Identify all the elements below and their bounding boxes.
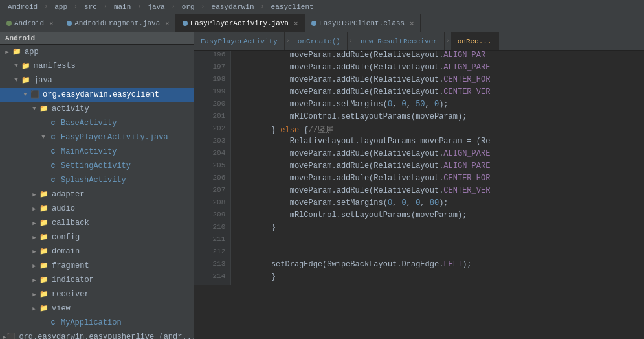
top-bar-sep-4: › (172, 3, 175, 10)
tab-label-easyrtsp: EasyRTSPClient.class (319, 19, 405, 27)
java-icon-myapplication: C (48, 318, 58, 328)
folder-icon-indicator: 📁 (39, 275, 49, 285)
tab-androidfragment[interactable]: AndroidFragment.java ✕ (60, 14, 176, 32)
arrow-domain: ▶ (30, 248, 39, 255)
tree-item-manifests[interactable]: ▼ 📁 manifests (0, 59, 194, 73)
tree-item-indicator[interactable]: ▶ 📁 indicator (0, 273, 194, 287)
tab-label-androidfragment: AndroidFragment.java (74, 19, 160, 27)
top-bar-sep-2: › (104, 3, 107, 10)
tree-label-splashactivity: SplashActivity (61, 176, 126, 185)
line-number: 211 (194, 235, 231, 248)
tree-item-easyplayer[interactable]: ▼ C EasyPlayerActivity.java (0, 130, 194, 145)
code-area[interactable]: 196 moveParam.addRule(RelativeLayout.ALI… (194, 51, 644, 339)
tree-label-audio: audio (52, 204, 75, 213)
line-content: } (231, 272, 644, 285)
tree-item-view[interactable]: ▶ 📁 view (0, 301, 194, 316)
tree-item-audio[interactable]: ▶ 📁 audio (0, 202, 194, 216)
table-row: 209 mRlControl.setLayoutParams(moveParam… (194, 211, 644, 223)
arrow-adapter: ▶ (30, 191, 39, 198)
line-number: 202 (194, 124, 231, 137)
arrow-activity: ▼ (30, 106, 39, 112)
method-tab-easyplayer[interactable]: EasyPlayerActivity (194, 32, 285, 50)
method-tab-onrec[interactable]: onRec... (451, 32, 499, 50)
tree-label-manifests: manifests (34, 62, 76, 71)
tree-item-myapplication[interactable]: C MyApplication (0, 316, 194, 330)
tree-item-settingactivity[interactable]: C SettingActivity (0, 159, 194, 173)
tree-item-mainactivity[interactable]: C MainActivity (0, 145, 194, 159)
tree-label-adapter: adapter (52, 190, 84, 199)
top-bar-src[interactable]: src (80, 2, 101, 12)
folder-icon-fragment: 📁 (39, 261, 49, 271)
table-row: 207 moveParam.addRule(RelativeLayout.CEN… (194, 186, 644, 198)
close-androidfragment[interactable]: ✕ (165, 19, 169, 27)
method-tab-oncreate[interactable]: onCreate() (291, 32, 348, 50)
method-tab-label-easyplayer: EasyPlayerActivity (201, 38, 278, 45)
sidebar: Android ▶ 📁 app ▼ 📁 manifests ▼ 📁 java ▼… (0, 32, 194, 339)
folder-icon-domain: 📁 (39, 246, 49, 257)
tree-item-domain[interactable]: ▶ 📁 domain (0, 244, 194, 259)
arrow-callback: ▶ (30, 220, 39, 227)
top-bar-sep-3: › (137, 3, 141, 10)
table-row: 197 moveParam.addRule(RelativeLayout.ALI… (194, 63, 644, 75)
arrow-indicator: ▶ (30, 277, 39, 284)
table-row: 208 moveParam.setMargins(0, 0, 0, 80); (194, 198, 644, 211)
top-bar-java[interactable]: java (144, 2, 168, 12)
tree-label-activity: activity (52, 104, 89, 113)
top-bar-android[interactable]: Android (4, 2, 41, 12)
arrow-mainactivity (39, 148, 48, 155)
tree-item-activity[interactable]: ▼ 📁 activity (0, 102, 194, 116)
arrow-fragment: ▶ (30, 263, 39, 270)
arrow-easyplayer: ▼ (39, 134, 48, 141)
tab-android[interactable]: Android ✕ (0, 14, 60, 32)
line-number: 201 (194, 112, 231, 124)
top-bar-easyclient[interactable]: easyclient (267, 2, 318, 12)
top-bar-main[interactable]: main (110, 2, 135, 12)
tree-item-callback[interactable]: ▶ 📁 callback (0, 216, 194, 230)
tree-label-app: app (25, 47, 39, 56)
line-number: 198 (194, 75, 231, 88)
tree-item-baseactivity[interactable]: C BaseActivity (0, 116, 194, 130)
tree-label-easypusherlive: org.easydarwin.easypusherlive (andr... (19, 333, 194, 339)
tree-item-orgpackage[interactable]: ▼ ⬛ org.easydarwin.easyclient (0, 88, 194, 102)
table-row: 202 } else {//竖屏 (194, 124, 644, 137)
top-bar-sep-0: › (44, 3, 48, 10)
close-android[interactable]: ✕ (49, 19, 53, 27)
top-bar-easydarwin[interactable]: easydarwin (208, 2, 258, 12)
table-row: 206 moveParam.addRule(RelativeLayout.CEN… (194, 174, 644, 186)
tab-easyrtsp[interactable]: EasyRTSPClient.class ✕ (305, 14, 421, 32)
folder-icon-config: 📁 (39, 232, 49, 242)
tree-item-easypusherlive[interactable]: ▶ ⬛ org.easydarwin.easypusherlive (andr.… (0, 330, 194, 339)
close-easyrtsp[interactable]: ✕ (410, 19, 414, 27)
top-bar-org[interactable]: org (178, 2, 199, 12)
method-tab-resultreceiver[interactable]: new ResultReceiver (354, 32, 445, 50)
tree-item-adapter[interactable]: ▶ 📁 adapter (0, 187, 194, 202)
tree-item-app[interactable]: ▶ 📁 app (0, 45, 194, 59)
line-number: 205 (194, 161, 231, 174)
tree-label-indicator: indicator (52, 275, 94, 285)
tree-item-config[interactable]: ▶ 📁 config (0, 230, 194, 244)
tree-item-receiver[interactable]: ▶ 📁 receiver (0, 287, 194, 301)
table-row: 200 moveParam.setMargins(0, 0, 50, 0); (194, 100, 644, 112)
tab-dot-androidfragment (67, 21, 72, 26)
tree-item-java[interactable]: ▼ 📁 java (0, 73, 194, 88)
tab-easyplayer[interactable]: EasyPlayerActivity.java ✕ (176, 14, 305, 32)
tree-label-java: java (34, 76, 52, 85)
java-icon-mainactivity: C (48, 146, 58, 157)
line-number: 210 (194, 223, 231, 235)
tree-label-myapplication: MyApplication (61, 318, 122, 327)
top-bar-app[interactable]: app (50, 2, 71, 12)
folder-icon-callback: 📁 (39, 218, 49, 228)
table-row: 201 mRlControl.setLayoutParams(moveParam… (194, 112, 644, 124)
tree-item-splashactivity[interactable]: C SplashActivity (0, 173, 194, 187)
line-number: 207 (194, 186, 231, 198)
tree-item-fragment[interactable]: ▶ 📁 fragment (0, 259, 194, 273)
tab-label-easyplayer: EasyPlayerActivity.java (190, 19, 289, 27)
close-easyplayer[interactable]: ✕ (294, 19, 298, 27)
line-number: 196 (194, 51, 231, 63)
table-row: 203 RelativeLayout.LayoutParams movePara… (194, 137, 644, 149)
line-number: 208 (194, 198, 231, 211)
line-number: 200 (194, 100, 231, 112)
folder-icon-app: 📁 (12, 47, 22, 57)
top-bar: Android › app › src › main › java › org … (0, 0, 644, 14)
tree-label-easyplayer: EasyPlayerActivity.java (61, 133, 168, 142)
